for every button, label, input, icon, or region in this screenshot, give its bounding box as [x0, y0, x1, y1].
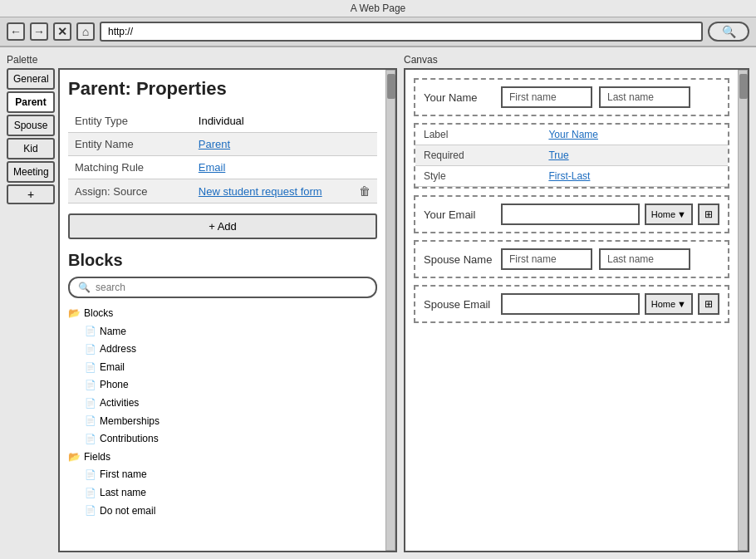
- firstname-field: First name: [501, 86, 592, 108]
- email-field-group: Home ▼ ⊞: [501, 203, 719, 225]
- tab-kid[interactable]: Kid: [7, 138, 55, 159]
- tab-meeting[interactable]: Meeting: [7, 161, 55, 183]
- table-row: Entity Type Individual: [68, 110, 377, 133]
- search-box: 🔍: [68, 277, 377, 298]
- block-memberships: Memberships: [100, 413, 160, 431]
- prop-value-link[interactable]: New student request form 🗑: [192, 179, 377, 203]
- table-row: Matching Rule Email: [68, 156, 377, 179]
- list-item[interactable]: 📄 Last name: [68, 484, 377, 503]
- block-email: Email: [100, 359, 125, 377]
- list-item[interactable]: 📄 Memberships: [68, 413, 377, 431]
- spouse-email-row: Spouse Email Home ▼ ⊞: [414, 285, 729, 323]
- palette-panel: Palette General Parent Spouse Kid Meetin…: [7, 54, 397, 552]
- canvas-panel: Canvas Your Name First name Last name La…: [404, 54, 749, 552]
- fields-folder[interactable]: 📂 Fields: [68, 449, 377, 467]
- add-spouse-email-button[interactable]: ⊞: [698, 293, 719, 315]
- doc-icon: 📄: [85, 395, 96, 412]
- email-input[interactable]: [501, 203, 640, 225]
- back-button[interactable]: ←: [7, 22, 25, 41]
- main-area: Palette General Parent Spouse Kid Meetin…: [0, 47, 756, 559]
- trash-icon[interactable]: 🗑: [359, 184, 371, 198]
- field-firstname: First name: [100, 466, 147, 484]
- your-email-label: Your Email: [424, 208, 494, 221]
- name-properties-panel: Label Your Name Required True Style Firs…: [414, 123, 729, 189]
- chevron-down-icon: ▼: [677, 209, 686, 219]
- prop-value-link[interactable]: True: [540, 145, 728, 166]
- prop-label: Required: [415, 145, 540, 166]
- prop-value-link[interactable]: Email: [192, 156, 377, 179]
- canvas-scrollbar-thumb: [739, 74, 748, 99]
- doc-icon: 📄: [85, 467, 96, 483]
- spouse-name-row: Spouse Name First name Last name: [414, 240, 729, 278]
- home-button[interactable]: ⌂: [76, 22, 95, 41]
- list-item[interactable]: 📄 Activities: [68, 395, 377, 413]
- home-label: Home: [651, 209, 675, 219]
- block-address: Address: [100, 341, 136, 359]
- search-button[interactable]: 🔍: [708, 22, 749, 42]
- prop-label: Matching Rule: [68, 156, 192, 179]
- list-item[interactable]: 📄 Contributions: [68, 430, 377, 449]
- page-title: A Web Page: [351, 2, 406, 14]
- properties-table: Entity Type Individual Entity Name Paren…: [68, 110, 377, 203]
- forward-button[interactable]: →: [30, 22, 48, 41]
- table-row: Assign: Source New student request form …: [68, 179, 377, 203]
- prop-value-link[interactable]: Your Name: [540, 125, 728, 145]
- palette-content: General Parent Spouse Kid Meeting + Pare…: [7, 68, 397, 552]
- home-dropdown[interactable]: Home ▼: [645, 203, 693, 225]
- table-row: Required True: [415, 145, 728, 166]
- doc-icon: 📄: [85, 360, 96, 376]
- blocks-folder-label: Blocks: [84, 305, 113, 323]
- your-email-row: Your Email Home ▼ ⊞: [414, 195, 729, 233]
- address-bar[interactable]: [100, 22, 703, 42]
- title-bar: A Web Page: [0, 0, 756, 17]
- fields-folder-label: Fields: [84, 449, 110, 467]
- lastname-field: Last name: [599, 86, 690, 108]
- properties-scrollbar[interactable]: [385, 70, 395, 551]
- spouse-email-field-group: Home ▼ ⊞: [501, 293, 719, 315]
- tab-add-button[interactable]: +: [7, 184, 55, 204]
- list-item[interactable]: 📄 First name: [68, 466, 377, 484]
- prop-value-link[interactable]: Parent: [192, 133, 377, 156]
- canvas-scrollbar[interactable]: [738, 70, 748, 551]
- spouse-home-dropdown[interactable]: Home ▼: [645, 293, 693, 315]
- list-item[interactable]: 📄 Do not email: [68, 503, 377, 521]
- folder-icon: 📂: [68, 449, 81, 467]
- blocks-title: Blocks: [68, 251, 377, 270]
- your-name-row: Your Name First name Last name: [414, 78, 729, 116]
- prop-label: Label: [415, 125, 540, 145]
- list-item[interactable]: 📄 Phone: [68, 376, 377, 395]
- prop-label: Style: [415, 166, 540, 187]
- tab-general[interactable]: General: [7, 68, 55, 90]
- doc-icon: 📄: [85, 377, 96, 394]
- palette-label: Palette: [7, 54, 397, 66]
- doc-icon: 📄: [85, 503, 96, 519]
- spouse-email-input[interactable]: [501, 293, 640, 315]
- canvas-inner: Your Name First name Last name Label You…: [405, 70, 738, 551]
- search-input[interactable]: [96, 282, 367, 293]
- list-item[interactable]: 📄 Address: [68, 341, 377, 359]
- blocks-folder[interactable]: 📂 Blocks: [68, 305, 377, 323]
- tab-spouse[interactable]: Spouse: [7, 115, 55, 136]
- field-lastname: Last name: [100, 484, 146, 503]
- list-item[interactable]: 📄 Email: [68, 359, 377, 377]
- prop-label: Assign: Source: [68, 179, 192, 203]
- doc-icon: 📄: [85, 413, 96, 429]
- spouse-email-label: Spouse Email: [424, 298, 494, 311]
- prop-value-link[interactable]: First-Last: [540, 166, 728, 187]
- scrollbar-thumb: [387, 74, 395, 99]
- doc-icon: 📄: [85, 431, 96, 448]
- block-activities: Activities: [100, 395, 139, 413]
- your-name-label: Your Name: [424, 91, 494, 104]
- spouse-name-label: Spouse Name: [424, 253, 494, 266]
- add-button[interactable]: + Add: [68, 213, 377, 239]
- add-email-button[interactable]: ⊞: [698, 203, 719, 225]
- doc-icon: 📄: [85, 323, 96, 340]
- canvas-content: Your Name First name Last name Label You…: [404, 68, 749, 552]
- tab-parent[interactable]: Parent: [7, 91, 55, 113]
- search-icon: 🔍: [78, 282, 91, 293]
- table-row: Label Your Name: [415, 125, 728, 145]
- chevron-down-icon: ▼: [677, 299, 686, 309]
- prop-label: Entity Name: [68, 133, 192, 156]
- list-item[interactable]: 📄 Name: [68, 323, 377, 341]
- close-button[interactable]: ✕: [53, 22, 71, 41]
